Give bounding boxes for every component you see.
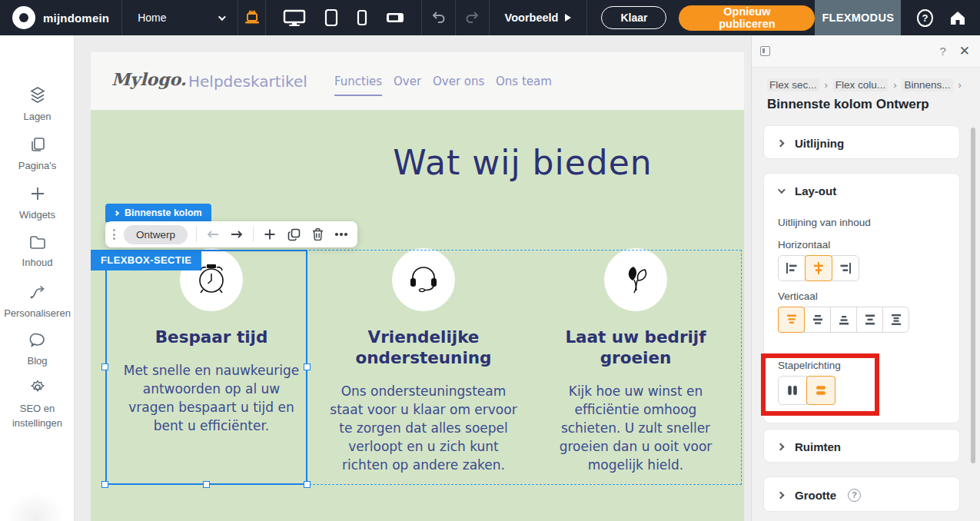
section-toggle-uitlijning[interactable]: Uitlijning	[764, 126, 959, 160]
nav-item-ons-team[interactable]: Ons team	[496, 75, 552, 88]
stack-direction-group	[778, 376, 835, 405]
sidebar-item-paginas[interactable]: Pagina's	[0, 135, 75, 174]
plus-icon	[264, 228, 276, 241]
section-toggle-ruimten[interactable]: Ruimten	[764, 430, 959, 463]
align-center-horizontal-button[interactable]	[805, 255, 832, 281]
preview-label: Voorbeeld	[505, 12, 559, 24]
resize-handle-bottom-right[interactable]	[304, 481, 311, 488]
section-card-grootte: Grootte ?	[763, 476, 960, 512]
done-button[interactable]: Klaar	[601, 6, 666, 29]
space-between-icon	[863, 313, 877, 327]
brand-logo[interactable]: mijndomein	[0, 6, 121, 29]
topbar-divider	[586, 0, 587, 35]
align-middle-button[interactable]	[804, 307, 831, 333]
move-left-button[interactable]	[205, 227, 221, 242]
horizontal-label: Horizontaal	[778, 239, 830, 251]
more-options-button[interactable]	[334, 227, 349, 242]
align-bottom-button[interactable]	[830, 307, 857, 333]
flexbox-section-label[interactable]: FLEXBOX-SECTIE	[91, 250, 201, 270]
sidebar-item-widgets[interactable]: Widgets	[0, 184, 75, 223]
inner-column-label[interactable]: Binnenste kolom	[105, 204, 211, 222]
help-button[interactable]: ?	[917, 9, 933, 27]
design-panel: ? ✕ Flex sec... › Flex colu... › Binnens…	[751, 35, 980, 521]
republish-button[interactable]: Opnieuw publiceren	[679, 5, 815, 31]
sidebar-item-lagen[interactable]: Lagen	[0, 86, 75, 124]
stack-vertical-button[interactable]	[806, 376, 835, 405]
stack-horizontal-button[interactable]	[778, 376, 807, 405]
design-button[interactable]: Ontwerp	[124, 225, 188, 244]
section-toggle-grootte[interactable]: Grootte ?	[764, 477, 959, 513]
sidebar-item-seo-instellingen[interactable]: SEO en instellingen	[0, 378, 75, 431]
sidebar-item-inhoud[interactable]: Inhoud	[0, 234, 75, 270]
resize-handle-right[interactable]	[304, 363, 311, 370]
section-toggle-layout[interactable]: Lay-out	[764, 174, 959, 207]
move-right-button[interactable]	[229, 227, 244, 242]
desktop-icon[interactable]	[283, 8, 306, 28]
laptop-crown-icon	[242, 8, 262, 28]
drag-handle-icon[interactable]	[113, 229, 115, 240]
align-left-icon	[785, 261, 799, 275]
panel-close-button[interactable]: ✕	[959, 43, 970, 59]
tablet-icon[interactable]	[324, 8, 338, 28]
panel-help-button[interactable]: ?	[939, 45, 945, 58]
undo-button[interactable]	[422, 0, 455, 35]
dock-panel-icon[interactable]	[760, 46, 770, 56]
flexmode-toggle[interactable]: FLEXMODUS	[815, 0, 901, 35]
redo-button[interactable]	[456, 0, 489, 35]
section-heading[interactable]: Wat wij bieden	[377, 143, 669, 182]
duplicate-button[interactable]	[286, 227, 301, 242]
sidebar-footer-glow	[6, 492, 65, 521]
phone-icon[interactable]	[357, 8, 367, 28]
breadcrumb-flex-section[interactable]: Flex sec...	[767, 78, 819, 91]
sidebar-item-personaliseren[interactable]: Personaliseren	[0, 283, 75, 321]
plant-icon	[616, 260, 656, 300]
resize-handle-bottom-center[interactable]	[203, 481, 210, 488]
nav-item-over-ons[interactable]: Over ons	[433, 75, 484, 88]
layers-icon	[28, 86, 48, 105]
vertical-align-group	[778, 307, 909, 333]
headset-icon	[403, 260, 444, 300]
panel-title: Binnenste kolom Ontwerp	[767, 97, 929, 112]
column-text[interactable]: Kijk hoe uw winst en efficiëntie omhoog …	[543, 382, 728, 475]
add-element-button[interactable]	[262, 227, 277, 242]
brand-name: mijndomein	[43, 12, 109, 25]
page-selector-dropdown[interactable]: Home	[122, 0, 238, 35]
column-title[interactable]: Vriendelijke ondersteuning	[339, 327, 508, 369]
flex-laptop-mode-button[interactable]	[238, 0, 265, 35]
breadcrumb-flex-column[interactable]: Flex colu...	[833, 78, 888, 91]
panel-scrollbar[interactable]	[971, 128, 975, 463]
section-card-ruimten: Ruimten	[763, 429, 960, 463]
size-help-icon[interactable]: ?	[848, 489, 861, 502]
section-card-layout: Lay-out Uitlijning van inhoud Horizontaa…	[763, 173, 960, 423]
align-left-button[interactable]	[778, 255, 806, 281]
column-groeien[interactable]: Laat uw bedrijf groeien Kijk hoe uw wins…	[530, 248, 742, 474]
personalize-icon	[28, 283, 48, 301]
dashboard-home-button[interactable]	[949, 0, 966, 35]
site-header[interactable]: Mylogo. Helpdeskartikel Functies Over Ov…	[91, 52, 744, 110]
inner-column-selection[interactable]	[105, 250, 307, 485]
device-preview-group	[266, 0, 421, 35]
breadcrumb-inner-column[interactable]: Binnens...	[902, 78, 952, 91]
stretch-button[interactable]	[882, 307, 909, 333]
nav-item-over[interactable]: Over	[394, 75, 421, 88]
delete-button[interactable]	[310, 227, 325, 242]
column-ondersteuning[interactable]: Vriendelijke ondersteuning Ons ondersteu…	[317, 248, 530, 474]
align-right-button[interactable]	[832, 255, 859, 281]
sidebar-item-blog[interactable]: Blog	[0, 332, 75, 369]
chevron-down-icon	[778, 186, 786, 194]
stack-direction-label: Stapelrichting	[778, 360, 841, 371]
redo-icon	[463, 10, 480, 25]
resize-handle-bottom-left[interactable]	[101, 481, 108, 488]
icon-circle	[604, 248, 667, 311]
column-text[interactable]: Ons ondersteuningsteam staat voor u klaa…	[326, 382, 521, 475]
column-title[interactable]: Laat uw bedrijf groeien	[559, 327, 713, 369]
app-root: mijndomein Home	[0, 0, 980, 521]
phone-landscape-icon[interactable]	[386, 8, 404, 28]
chat-bubble-icon	[28, 332, 47, 349]
stretch-icon	[889, 313, 903, 327]
resize-handle-left[interactable]	[101, 363, 108, 370]
space-between-button[interactable]	[856, 307, 883, 333]
nav-item-functies[interactable]: Functies	[334, 75, 382, 96]
preview-button[interactable]: Voorbeeld	[490, 0, 587, 35]
align-top-button[interactable]	[778, 307, 805, 333]
